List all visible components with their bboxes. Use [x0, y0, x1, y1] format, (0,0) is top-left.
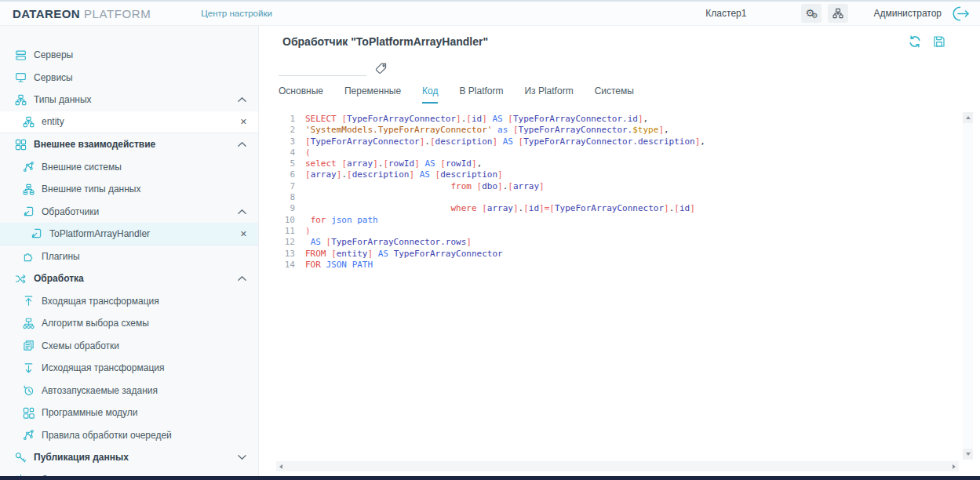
top-bar: DATAREON PLATFORM Центр настройки Класте…	[0, 0, 980, 26]
sidebar-item-processing-schemas[interactable]: Схемы обработки	[0, 335, 258, 358]
line-number: 11	[271, 226, 295, 237]
sidebar-item-label: Исходящая трансформация	[42, 362, 164, 373]
flowchart-icon	[23, 318, 35, 329]
tab-variables[interactable]: Переменные	[344, 85, 401, 104]
line-number: 12	[271, 237, 295, 248]
horizontal-scrollbar[interactable]	[276, 461, 959, 471]
vertical-scrollbar[interactable]	[963, 112, 973, 460]
sidebar-item-servers[interactable]: Серверы	[0, 44, 258, 67]
chevron-up-icon[interactable]	[238, 276, 246, 282]
server-icon	[15, 49, 27, 61]
close-icon[interactable]: ✕	[240, 117, 247, 127]
box-arrow-icon	[31, 227, 42, 239]
sidebar-item-auto-run-tasks[interactable]: Автозапускаемые задания	[0, 380, 258, 402]
save-icon[interactable]	[933, 35, 945, 48]
sidebar-item-label: Серверы	[34, 49, 73, 60]
sidebar-item-outgoing-transformation[interactable]: Исходящая трансформация	[0, 357, 258, 380]
sitemap-icon	[832, 8, 843, 19]
tab-to-platform[interactable]: В Platform	[459, 85, 503, 104]
code-text: )	[305, 226, 311, 237]
sidebar-item-external-interaction[interactable]: Внешнее взаимодействие	[0, 133, 258, 156]
sidebar-item-entity[interactable]: entity✕	[0, 111, 258, 134]
code-text	[305, 192, 311, 203]
settings-center-link[interactable]: Центр настройки	[201, 9, 272, 18]
logout-icon[interactable]	[951, 6, 971, 21]
triangle-up-icon	[966, 116, 971, 119]
user-name[interactable]: Администратор	[873, 8, 942, 19]
cluster-name[interactable]: Кластер1	[705, 8, 746, 19]
topology-button[interactable]	[828, 4, 848, 23]
code-line: 2'SystemModels.TypeForArrayConnector' as…	[271, 125, 980, 136]
chevron-up-icon[interactable]	[238, 142, 246, 147]
body-row: СерверыСервисыТипы данныхentity✕Внешнее …	[0, 26, 980, 480]
scroll-left-button[interactable]	[279, 464, 282, 469]
code-text: for json path	[305, 215, 378, 226]
scroll-down-button[interactable]	[963, 449, 973, 460]
close-icon[interactable]: ✕	[240, 228, 247, 238]
timer-icon	[23, 384, 35, 396]
code-area: 1SELECT [TypeForArrayConnector].[id] AS …	[271, 108, 980, 271]
sidebar-item-data-publication[interactable]: Публикация данных	[0, 446, 258, 469]
sidebar-item-label: Схемы обработки	[42, 340, 119, 351]
logo-brand: DATAREON	[13, 7, 80, 20]
refresh-icon[interactable]	[909, 35, 921, 48]
sidebar-item-label: ToPlatformArrayHandler	[49, 228, 150, 239]
sidebar-item-toplatformarrayhandler[interactable]: ToPlatformArrayHandler✕	[0, 223, 258, 245]
code-line: 5select [array].[rowId] AS [rowId],	[271, 158, 980, 169]
code-line: 10 for json path	[271, 215, 980, 226]
code-text: SELECT [TypeForArrayConnector].[id] AS […	[305, 114, 648, 125]
sidebar-item-schema-selection-algorithm[interactable]: Алгоритм выбора схемы	[0, 312, 258, 335]
tab-from-platform[interactable]: Из Platform	[524, 85, 573, 104]
sitemap-icon	[15, 94, 27, 106]
line-number: 1	[271, 114, 295, 125]
line-number: 13	[271, 249, 295, 260]
code-text: from [dbo].[array]	[305, 181, 545, 192]
line-number: 9	[271, 203, 295, 214]
sidebar-item-services[interactable]: Сервисы	[0, 67, 258, 89]
sidebar-item-data-types[interactable]: Типы данных	[0, 89, 258, 111]
code-text: FOR JSON PATH	[305, 260, 373, 271]
code-text: select [array].[rowId] AS [rowId],	[305, 158, 482, 169]
tags-input[interactable]	[279, 60, 366, 76]
sidebar-item-label: Программные модули	[42, 407, 138, 418]
scroll-up-button[interactable]	[963, 112, 973, 123]
code-text: where [array].[id]=[TypeForArrayConnecto…	[305, 203, 695, 214]
app-window: DATAREON PLATFORM Центр настройки Класте…	[0, 0, 980, 480]
sidebar-item-plugins[interactable]: Плагины	[0, 245, 258, 268]
sidebar-item-incoming-transformation[interactable]: Входящая трансформация	[0, 290, 258, 313]
line-number: 2	[271, 125, 295, 136]
code-editor[interactable]: 1SELECT [TypeForArrayConnector].[id] AS …	[271, 108, 980, 480]
line-number: 6	[271, 169, 295, 180]
code-text: [TypeForArrayConnector].[description] AS…	[305, 136, 705, 147]
sitemap-icon	[23, 116, 35, 128]
sidebar-item-label: entity	[42, 116, 64, 127]
code-text: [array].[description] AS [description]	[305, 169, 503, 180]
sidebar-item-label: Внешнее взаимодействие	[34, 139, 155, 150]
sidebar-item-label: Публикация данных	[34, 452, 129, 463]
line-number: 4	[271, 147, 295, 158]
sidebar-item-handlers[interactable]: Обработчики	[0, 201, 258, 224]
puzzle-icon	[23, 250, 35, 262]
nodes-icon	[23, 161, 35, 173]
line-number: 14	[271, 260, 295, 271]
tab-systems[interactable]: Системы	[595, 85, 634, 104]
scroll-right-button[interactable]	[953, 464, 956, 469]
header-actions	[909, 35, 980, 48]
sidebar-item-processing[interactable]: Обработка	[0, 267, 258, 290]
line-number: 8	[271, 192, 295, 203]
code-line: 4(	[271, 147, 980, 158]
chevron-up-icon[interactable]	[238, 209, 246, 214]
tab-code[interactable]: Код	[422, 85, 438, 104]
chevron-down-icon[interactable]	[238, 455, 246, 460]
sidebar-item-label: Плагины	[42, 251, 80, 262]
tab-main[interactable]: Основные	[279, 85, 323, 104]
sidebar-item-external-systems[interactable]: Внешние системы	[0, 156, 258, 179]
sidebar-item-external-data-types[interactable]: Внешние типы данных	[0, 178, 258, 201]
sidebar-item-program-modules[interactable]: Программные модули	[0, 402, 258, 424]
code-line: 1SELECT [TypeForArrayConnector].[id] AS …	[271, 114, 980, 125]
tag-icon[interactable]	[374, 62, 388, 75]
service-settings-button[interactable]: ⚙⚙	[801, 4, 822, 23]
sidebar-item-queue-processing-rules[interactable]: Правила обработки очередей	[0, 424, 258, 447]
code-text: AS [TypeForArrayConnector.rows]	[305, 237, 472, 248]
chevron-up-icon[interactable]	[238, 97, 246, 103]
